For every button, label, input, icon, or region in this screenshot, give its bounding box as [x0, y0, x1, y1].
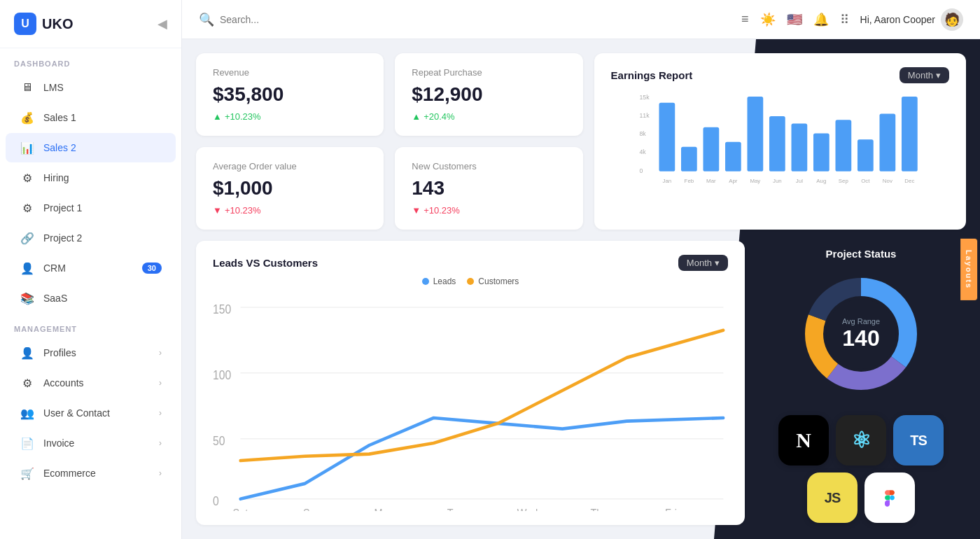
chevron-right-icon: ›: [159, 378, 162, 388]
sales2-icon: 📊: [20, 140, 35, 155]
figma-icon[interactable]: [864, 472, 915, 523]
earnings-header: Earnings Report Month ▾: [611, 67, 949, 83]
header: 🔍 ≡ ☀️ 🇺🇸 🔔 ⠿ Hi, Aaron Cooper 🧑: [182, 0, 980, 39]
search-bar: 🔍: [199, 12, 730, 27]
stat-label: Revenue: [213, 67, 367, 78]
svg-rect-19: [813, 134, 830, 172]
user-profile[interactable]: Hi, Aaron Cooper 🧑: [860, 8, 963, 31]
month-selector[interactable]: Month ▾: [899, 67, 949, 83]
svg-text:Oct: Oct: [861, 178, 870, 184]
svg-text:Jan: Jan: [662, 178, 671, 184]
sidebar-item-crm[interactable]: 👤 CRM 30: [6, 253, 176, 283]
sidebar-item-hiring[interactable]: ⚙ Hiring: [6, 163, 176, 192]
dashboard-nav: 🖥 LMS 💰 Sales 1 📊 Sales 2 ⚙ Hiring ⚙ Pro…: [0, 72, 181, 314]
svg-text:Dec: Dec: [904, 178, 914, 184]
stat-card-repeat-purchase: Repeat Purchase $12,900 ▲ +20.4%: [395, 53, 582, 136]
sidebar-item-label: Project 1: [43, 202, 82, 214]
hiring-icon: ⚙: [20, 170, 35, 186]
sidebar-item-label: User & Contact: [43, 407, 110, 419]
search-input[interactable]: [220, 14, 430, 25]
accounts-icon: ⚙: [20, 375, 35, 391]
tech-icons-row: N ⚛ TS JS: [756, 415, 966, 523]
leads-dot: [422, 278, 429, 285]
sidebar-item-user-contact[interactable]: 👥 User & Contact ›: [6, 398, 176, 428]
svg-rect-9: [703, 127, 719, 172]
bottom-row: Leads VS Customers Month ▾ Leads: [196, 241, 966, 525]
content-wrapper: Revenue $35,800 ▲ +10.23% Repeat Purchas…: [182, 39, 980, 539]
stat-change: ▲ +10.23%: [213, 111, 367, 122]
main-content: 🔍 ≡ ☀️ 🇺🇸 🔔 ⠿ Hi, Aaron Cooper 🧑: [182, 0, 980, 539]
stat-value: 143: [412, 177, 566, 200]
leads-label: Leads: [433, 276, 456, 286]
header-right: ≡ ☀️ 🇺🇸 🔔 ⠿ Hi, Aaron Cooper 🧑: [741, 8, 963, 31]
sidebar-item-label: Project 2: [43, 232, 82, 244]
svg-text:Tue: Tue: [447, 507, 464, 511]
nextjs-icon[interactable]: N: [778, 415, 829, 465]
layouts-tab[interactable]: Layouts: [960, 239, 977, 300]
chevron-right-icon: ›: [159, 468, 162, 478]
svg-rect-13: [747, 97, 763, 172]
leads-title: Leads VS Customers: [213, 257, 318, 269]
sidebar-item-label: Ecommerce: [43, 468, 96, 479]
chevron-right-icon: ›: [159, 348, 162, 358]
dropdown-icon: ▾: [715, 258, 720, 268]
flag-icon[interactable]: 🇺🇸: [787, 12, 802, 27]
bell-icon[interactable]: 🔔: [813, 12, 829, 27]
sidebar-item-lms[interactable]: 🖥 LMS: [6, 73, 176, 102]
customers-dot: [467, 278, 474, 285]
section-label-dashboard: DASHBOARD: [0, 48, 181, 72]
svg-text:50: 50: [213, 433, 225, 449]
sidebar-item-ecommerce[interactable]: 🛒 Ecommerce ›: [6, 458, 176, 488]
profiles-icon: 👤: [20, 345, 35, 360]
chevron-right-icon: ›: [159, 438, 162, 448]
sidebar-item-project2[interactable]: 🔗 Project 2: [6, 223, 176, 253]
svg-text:Wed: Wed: [517, 507, 538, 511]
svg-text:Aug: Aug: [816, 178, 826, 184]
sun-icon[interactable]: ☀️: [760, 12, 776, 27]
logo[interactable]: U UKO: [14, 13, 73, 35]
svg-text:Thu: Thu: [591, 507, 608, 511]
svg-rect-17: [791, 124, 807, 172]
svg-text:Sun: Sun: [303, 507, 321, 511]
sidebar-item-label: CRM: [43, 262, 66, 274]
project-status-card: Project Status: [798, 248, 924, 408]
sidebar-item-profiles[interactable]: 👤 Profiles ›: [6, 338, 176, 368]
lms-icon: 🖥: [20, 80, 35, 95]
logo-icon: U: [14, 13, 36, 35]
svg-text:Jun: Jun: [773, 178, 782, 184]
svg-rect-25: [879, 114, 895, 172]
content-inner: Revenue $35,800 ▲ +10.23% Repeat Purchas…: [182, 39, 980, 539]
legend-leads: Leads: [422, 276, 456, 286]
saas-icon: 📚: [20, 290, 35, 306]
crm-icon: 👤: [20, 260, 35, 276]
project-status-section: Project Status: [756, 241, 966, 525]
earnings-card: Earnings Report Month ▾ 15k 11k 8k 4k 0: [594, 53, 966, 230]
stat-value: $1,000: [213, 177, 367, 200]
sidebar-item-sales1[interactable]: 💰 Sales 1: [6, 103, 176, 132]
sidebar-item-accounts[interactable]: ⚙ Accounts ›: [6, 368, 176, 398]
sidebar-collapse-button[interactable]: ◀: [158, 16, 167, 31]
leads-card: Leads VS Customers Month ▾ Leads: [196, 241, 745, 525]
stat-change: ▼ +10.23%: [213, 205, 367, 216]
typescript-icon[interactable]: TS: [893, 415, 944, 465]
svg-text:8k: 8k: [639, 130, 646, 137]
svg-rect-27: [902, 97, 918, 172]
stat-value: $12,900: [412, 83, 566, 106]
ecommerce-icon: 🛒: [20, 465, 35, 481]
sidebar-item-sales2[interactable]: 📊 Sales 2: [6, 133, 176, 162]
svg-text:11k: 11k: [639, 112, 650, 119]
sidebar-item-invoice[interactable]: 📄 Invoice ›: [6, 428, 176, 458]
svg-text:Fri: Fri: [665, 507, 677, 511]
grid-icon[interactable]: ⠿: [840, 12, 849, 27]
sidebar-item-saas[interactable]: 📚 SaaS: [6, 284, 176, 313]
donut-chart-container: Avg Range 140: [798, 271, 924, 397]
leads-month-selector[interactable]: Month ▾: [678, 255, 728, 271]
react-icon[interactable]: ⚛: [836, 415, 886, 465]
crm-badge: 30: [142, 262, 162, 274]
svg-rect-15: [769, 116, 785, 172]
sidebar-header: U UKO ◀: [0, 0, 181, 48]
svg-text:0: 0: [213, 493, 219, 509]
javascript-icon[interactable]: JS: [807, 472, 858, 523]
menu-lines-icon[interactable]: ≡: [741, 12, 749, 27]
sidebar-item-project1[interactable]: ⚙ Project 1: [6, 193, 176, 223]
